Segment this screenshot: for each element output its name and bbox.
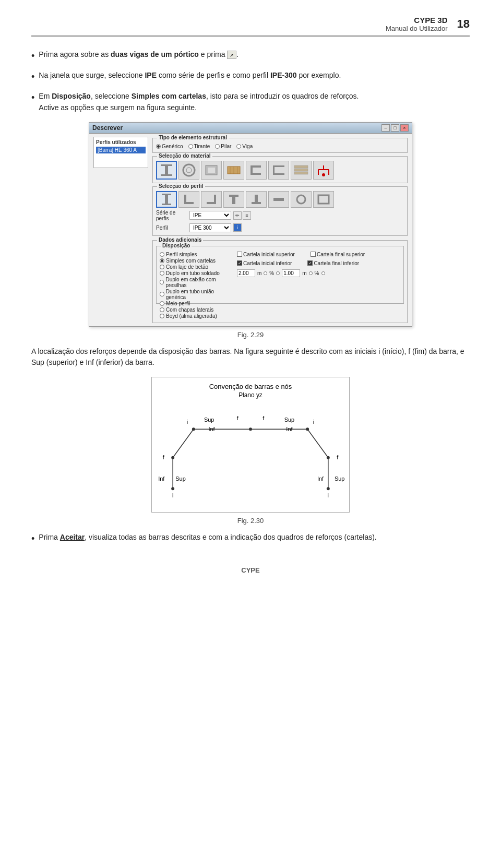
cartela-final-inferior[interactable]: Cartela final inferior [307,260,359,266]
radio-m-1[interactable] [264,271,267,275]
convention-diagram-wrapper: Convenção de barras e nós Plano yz [31,377,470,513]
radio-duplo-uniao[interactable]: Duplo em tubo união genérica [160,289,233,300]
radio-duplo-tubo-label: Duplo em tubo soldado [166,270,220,276]
radio-laje-betao-circle [160,265,164,269]
radio-chapas-laterais[interactable]: Com chapas laterais [160,307,233,313]
prof-I[interactable] [156,191,177,208]
prof-T[interactable] [223,191,244,208]
close-button[interactable]: × [400,124,409,132]
val-input-2[interactable] [282,269,300,277]
serie-table-btn[interactable]: ≡ [243,211,251,220]
svg-point-49 [171,487,174,490]
dialog-right-content: ? Tipo de elemento estrutural Genérico [152,138,408,323]
cartela-inicial-superior[interactable]: Cartela inicial superior [237,252,295,257]
cartela-inicial-inferior[interactable]: Cartela inicial inferior [237,260,292,266]
mat-channel[interactable] [246,161,267,180]
disposicao-title: Disposição [161,243,192,248]
svg-rect-4 [186,168,192,173]
perfil-info-btn[interactable]: i [233,223,242,232]
label-sup-top-right: Sup [284,417,294,423]
serie-edit-btn[interactable]: ✏ [233,211,242,220]
radio-meio-perfil[interactable]: Meio perfil [160,301,233,306]
perfil-select[interactable]: IPE 300 [189,223,231,232]
maximize-button[interactable]: □ [391,124,399,132]
label-inf-top-left: Inf [209,426,216,432]
prof-round[interactable] [291,191,312,208]
prof-T2[interactable] [246,191,267,208]
svg-rect-34 [255,195,258,202]
radio-duplo-uniao-label: Duplo em tubo união genérica [166,289,233,300]
radio-pilar-label: Pilar [221,144,231,149]
serie-select[interactable]: IPE [189,211,231,220]
radio-tirante-circle [188,144,193,149]
disposicao-left: Perfil simples Simples com cartelas Com … [160,252,233,319]
cartela-final-superior[interactable]: Cartela final superior [311,252,365,257]
prof-square[interactable] [313,191,334,208]
radio-tirante[interactable]: Tirante [188,144,210,149]
seleccao-material-title: Selecção do material [157,153,212,159]
minimize-button[interactable]: – [381,124,390,132]
bullet-dot-last: • [31,532,34,545]
radio-m-2[interactable] [309,271,313,275]
radio-viga[interactable]: Viga [236,144,253,149]
radio-duplo-caixao[interactable]: Duplo em caixão com presilhas [160,277,233,288]
radio-duplo-uniao-circle [160,292,164,296]
cartelas-inferior-row: Cartela inicial inferior Cartela final i… [237,260,400,267]
label-inf-top-right: Inf [286,426,293,432]
svg-point-24 [322,173,325,176]
prof-flat[interactable] [268,191,289,208]
svg-rect-14 [273,165,284,167]
radio-simples-cartelas-circle [160,258,164,263]
radio-duplo-tubo[interactable]: Duplo em tubo soldado [160,270,233,276]
manual-title: Manual do Utilizador [386,25,448,32]
val-input-1[interactable] [237,269,255,277]
radio-boyd-label: Boyd (alma aligerada) [166,313,217,319]
dialog-titlebar: Descrever – □ × [89,123,412,134]
perfis-utilizados-item[interactable]: [Barra] HE 360 A [96,147,146,153]
mat-special[interactable] [268,161,289,180]
radio-perfil-simples-circle [160,252,164,257]
svg-rect-18 [294,169,308,171]
mat-wood[interactable] [223,161,244,180]
label-sup-bot-right: Sup [335,476,344,482]
cartela-final-inferior-label: Cartela final inferior [314,260,359,266]
prof-L1[interactable] [178,191,199,208]
radio-pct-2[interactable] [321,271,325,275]
radio-perfil-simples[interactable]: Perfil simples [160,252,233,257]
radio-meio-perfil-circle [160,301,164,306]
radio-simples-cartelas-label: Simples com cartelas [166,258,216,264]
serie-field-row: Série de perfis IPE ✏ ≡ [156,210,404,221]
radio-boyd[interactable]: Boyd (alma aligerada) [160,313,233,319]
radio-pilar-circle [215,144,220,149]
svg-rect-33 [232,197,235,204]
value-row-1: m % m % [237,269,400,277]
mat-concrete-rect[interactable] [201,161,222,180]
svg-rect-27 [162,204,171,205]
radio-pct-1[interactable] [276,271,280,275]
perfis-utilizados-panel: Perfis utilizados [Barra] HE 360 A [93,137,148,168]
cartela-inicial-superior-label: Cartela inicial superior [243,252,295,257]
mat-masonry[interactable] [291,161,312,180]
svg-rect-2 [161,174,172,176]
dados-content: Disposição Perfil simples Simples com ca… [156,246,404,304]
mat-steel-tube[interactable] [178,161,199,180]
label-i-top-left: i [187,419,188,425]
mat-steel-ibeam[interactable] [156,161,177,180]
svg-line-39 [173,429,194,458]
bullet-2: • Na janela que surge, seleccione IPE co… [31,70,470,84]
radio-generico[interactable]: Genérico [156,144,183,149]
radio-laje-betao[interactable]: Com laje de betão [160,264,233,270]
label-inf-bot-left: Inf [158,476,165,482]
perfil-icons: i [233,223,242,232]
mat-robot[interactable] [313,161,334,180]
label-f-left-mid: f [163,454,165,460]
dados-adicionais-title: Dados adicionais [157,237,203,243]
bullet-3: • Em Disposição, seleccione Simples com … [31,91,470,113]
svg-line-41 [307,429,328,458]
radio-pilar[interactable]: Pilar [215,144,231,149]
bullet-last: • Prima Aceitar, visualiza todas as barr… [31,532,470,545]
prof-L2[interactable] [201,191,222,208]
cartelas-superior-row: Cartela inicial superior Cartela final s… [237,252,400,258]
svg-rect-38 [318,195,329,204]
radio-simples-cartelas[interactable]: Simples com cartelas [160,258,233,264]
